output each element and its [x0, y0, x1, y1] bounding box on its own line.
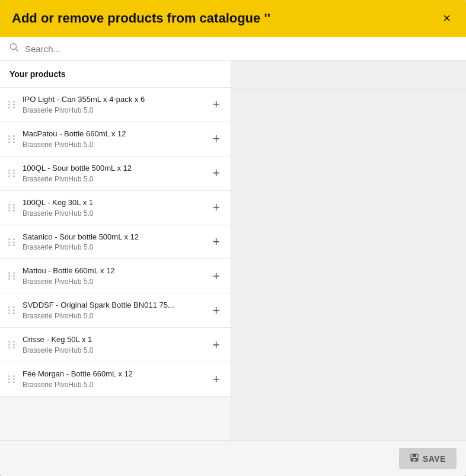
product-info: 100QL - Keg 30L x 1 Brasserie PivoHub 5.…: [23, 198, 204, 218]
product-name: Satanico - Sour bottle 500mL x 12: [23, 232, 204, 242]
list-item: Fée Morgan - Bottle 660mL x 12 Brasserie…: [0, 362, 231, 397]
drag-handle[interactable]: [8, 341, 17, 349]
product-brand: Brasserie PivoHub 5.0: [23, 381, 204, 389]
product-info: Mattou - Bottle 660mL x 12 Brasserie Piv…: [23, 266, 204, 286]
list-item: Crisse - Keg 50L x 1 Brasserie PivoHub 5…: [0, 328, 231, 362]
save-icon: [410, 453, 419, 464]
drag-handle[interactable]: [8, 101, 17, 108]
search-bar: [0, 37, 466, 61]
modal-body: Your products IPO Light - Can 355mL x 4-…: [0, 61, 466, 440]
product-name: Crisse - Keg 50L x 1: [23, 335, 204, 345]
product-info: Satanico - Sour bottle 500mL x 12 Brasse…: [23, 232, 204, 252]
right-panel: [231, 61, 466, 440]
product-brand: Brasserie PivoHub 5.0: [23, 106, 204, 114]
product-brand: Brasserie PivoHub 5.0: [23, 277, 204, 286]
svg-rect-3: [413, 454, 416, 457]
svg-rect-5: [413, 459, 416, 461]
product-name: Mattou - Bottle 660mL x 12: [23, 266, 204, 276]
search-icon: [9, 43, 19, 55]
product-brand: Brasserie PivoHub 5.0: [23, 209, 204, 218]
product-brand: Brasserie PivoHub 5.0: [23, 140, 204, 149]
add-product-button[interactable]: +: [210, 165, 222, 181]
close-button[interactable]: ×: [439, 11, 454, 26]
left-panel: Your products IPO Light - Can 355mL x 4-…: [0, 61, 231, 440]
product-info: 100QL - Sour bottle 500mL x 12 Brasserie…: [23, 164, 204, 183]
drag-handle[interactable]: [8, 306, 17, 314]
product-brand: Brasserie PivoHub 5.0: [23, 346, 204, 354]
add-product-button[interactable]: +: [210, 131, 222, 146]
drag-handle[interactable]: [8, 135, 17, 143]
save-button[interactable]: SAVE: [399, 448, 457, 469]
product-name: MacPatou - Bottle 660mL x 12: [23, 129, 204, 139]
drag-handle[interactable]: [8, 272, 17, 280]
list-item: MacPatou - Bottle 660mL x 12 Brasserie P…: [0, 122, 231, 156]
list-item: Mattou - Bottle 660mL x 12 Brasserie Piv…: [0, 259, 231, 293]
save-label: SAVE: [423, 454, 446, 464]
product-name: 100QL - Sour bottle 500mL x 12: [23, 164, 204, 174]
modal-title: Add or remove products from catalogue '': [12, 11, 270, 26]
add-product-button[interactable]: +: [210, 97, 222, 112]
add-product-button[interactable]: +: [210, 372, 222, 387]
right-panel-header: [231, 61, 466, 90]
drag-handle[interactable]: [8, 170, 17, 177]
list-item: Satanico - Sour bottle 500mL x 12 Brasse…: [0, 225, 231, 260]
list-item: 100QL - Sour bottle 500mL x 12 Brasserie…: [0, 156, 231, 191]
modal-overlay: Add or remove products from catalogue ''…: [0, 0, 466, 476]
product-info: SVDDSF - Original Spark Bottle BN011 75.…: [23, 301, 204, 320]
left-panel-header: Your products: [0, 61, 231, 88]
product-name: Fée Morgan - Bottle 660mL x 12: [23, 369, 204, 379]
drag-handle[interactable]: [8, 238, 17, 246]
list-item: 100QL - Keg 30L x 1 Brasserie PivoHub 5.…: [0, 191, 231, 225]
search-input[interactable]: [25, 44, 457, 54]
product-info: Crisse - Keg 50L x 1 Brasserie PivoHub 5…: [23, 335, 204, 354]
product-info: MacPatou - Bottle 660mL x 12 Brasserie P…: [23, 129, 204, 149]
product-info: IPO Light - Can 355mL x 4-pack x 6 Brass…: [23, 95, 204, 114]
modal-header: Add or remove products from catalogue ''…: [0, 0, 466, 37]
product-name: IPO Light - Can 355mL x 4-pack x 6: [23, 95, 204, 105]
product-brand: Brasserie PivoHub 5.0: [23, 312, 204, 320]
drag-handle[interactable]: [8, 375, 17, 383]
add-product-button[interactable]: +: [210, 303, 222, 318]
product-info: Fée Morgan - Bottle 660mL x 12 Brasserie…: [23, 369, 204, 389]
products-list: IPO Light - Can 355mL x 4-pack x 6 Brass…: [0, 88, 231, 440]
list-item: IPO Light - Can 355mL x 4-pack x 6 Brass…: [0, 88, 231, 122]
drag-handle[interactable]: [8, 204, 17, 212]
modal-footer: SAVE: [0, 440, 466, 476]
add-product-button[interactable]: +: [210, 337, 222, 353]
modal: Add or remove products from catalogue ''…: [0, 0, 466, 476]
add-product-button[interactable]: +: [210, 200, 222, 215]
add-product-button[interactable]: +: [210, 269, 222, 284]
product-brand: Brasserie PivoHub 5.0: [23, 243, 204, 251]
product-name: SVDDSF - Original Spark Bottle BN011 75.…: [23, 301, 204, 311]
product-name: 100QL - Keg 30L x 1: [23, 198, 204, 208]
list-item: SVDDSF - Original Spark Bottle BN011 75.…: [0, 293, 231, 328]
product-brand: Brasserie PivoHub 5.0: [23, 175, 204, 183]
svg-line-1: [16, 49, 18, 52]
add-product-button[interactable]: +: [210, 234, 222, 250]
